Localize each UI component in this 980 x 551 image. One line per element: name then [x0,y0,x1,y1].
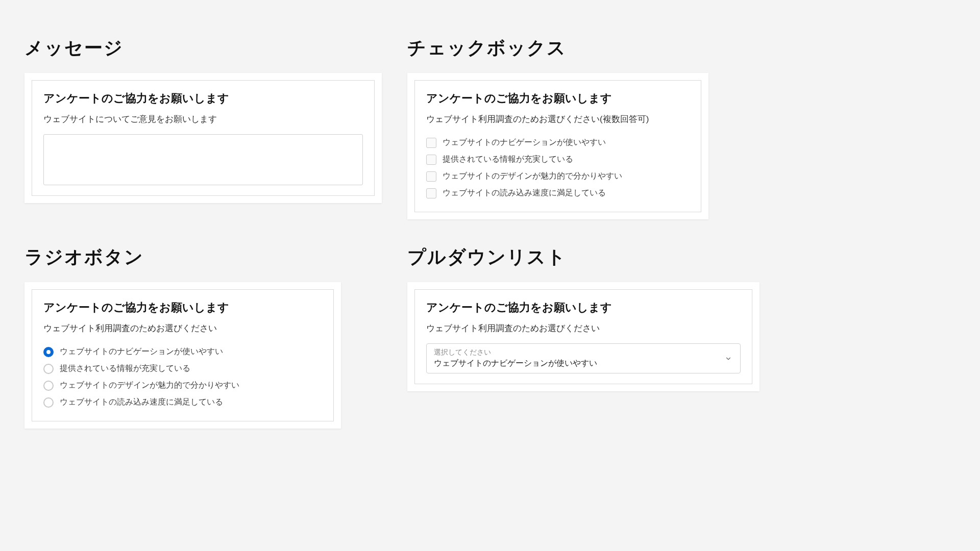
radio-label: ウェブサイトのナビゲーションが使いやすい [60,346,223,357]
panel-desc-pulldown: ウェブサイト利用調査のためお選びください [426,322,741,334]
pulldown-placeholder: 選択してください [434,348,720,357]
panel-desc-radio: ウェブサイト利用調査のためお選びください [43,322,322,334]
radio-option[interactable]: 提供されている情報が充実している [43,360,322,377]
pulldown-select[interactable]: 選択してください ウェブサイトのナビゲーションが使いやすい [426,343,741,373]
card-checkbox: アンケートのご協力をお願いします ウェブサイト利用調査のためお選びください(複数… [407,73,708,219]
card-pulldown: アンケートのご協力をお願いします ウェブサイト利用調査のためお選びください 選択… [407,282,760,391]
section-heading-message: メッセージ [24,36,382,61]
section-heading-checkbox: チェックボックス [407,36,765,61]
panel-title-checkbox: アンケートのご協力をお願いします [426,91,690,106]
section-heading-pulldown: プルダウンリスト [407,245,765,270]
card-radio: アンケートのご協力をお願いします ウェブサイト利用調査のためお選びください ウェ… [24,282,341,429]
checkbox-option[interactable]: ウェブサイトの読み込み速度に満足している [426,185,690,202]
checkbox-label: ウェブサイトのデザインが魅力的で分かりやすい [443,171,622,182]
radio-icon [43,397,54,408]
radio-option[interactable]: ウェブサイトの読み込み速度に満足している [43,394,322,411]
checkbox-option[interactable]: ウェブサイトのデザインが魅力的で分かりやすい [426,168,690,185]
radio-label: ウェブサイトのデザインが魅力的で分かりやすい [60,380,239,391]
radio-option[interactable]: ウェブサイトのデザインが魅力的で分かりやすい [43,377,322,394]
checkbox-option[interactable]: 提供されている情報が充実している [426,151,690,168]
section-pulldown: プルダウンリスト アンケートのご協力をお願いします ウェブサイト利用調査のためお… [407,245,765,429]
checkbox-label: ウェブサイトの読み込み速度に満足している [443,188,606,198]
panel-title-message: アンケートのご協力をお願いします [43,91,363,106]
radio-icon [43,347,54,357]
pulldown-value: ウェブサイトのナビゲーションが使いやすい [434,358,720,369]
radio-label: ウェブサイトの読み込み速度に満足している [60,397,223,408]
checkbox-label: ウェブサイトのナビゲーションが使いやすい [443,137,606,148]
section-checkbox: チェックボックス アンケートのご協力をお願いします ウェブサイト利用調査のためお… [407,36,765,219]
radio-icon [43,381,54,391]
message-input[interactable] [43,134,363,185]
panel-desc-message: ウェブサイトについてご意見をお願いします [43,113,363,125]
checkbox-label: 提供されている情報が充実している [443,154,573,165]
chevron-down-icon [725,355,732,362]
radio-option[interactable]: ウェブサイトのナビゲーションが使いやすい [43,343,322,360]
section-heading-radio: ラジオボタン [24,245,382,270]
section-message: メッセージ アンケートのご協力をお願いします ウェブサイトについてご意見をお願い… [24,36,382,219]
panel-title-pulldown: アンケートのご協力をお願いします [426,300,741,315]
radio-icon [43,364,54,374]
checkbox-icon [426,171,436,182]
section-radio: ラジオボタン アンケートのご協力をお願いします ウェブサイト利用調査のためお選び… [24,245,382,429]
card-message: アンケートのご協力をお願いします ウェブサイトについてご意見をお願いします [24,73,382,203]
checkbox-icon [426,188,436,198]
checkbox-icon [426,155,436,165]
panel-desc-checkbox: ウェブサイト利用調査のためお選びください(複数回答可) [426,113,690,125]
radio-label: 提供されている情報が充実している [60,363,190,374]
checkbox-option[interactable]: ウェブサイトのナビゲーションが使いやすい [426,134,690,151]
panel-title-radio: アンケートのご協力をお願いします [43,300,322,315]
checkbox-icon [426,138,436,148]
